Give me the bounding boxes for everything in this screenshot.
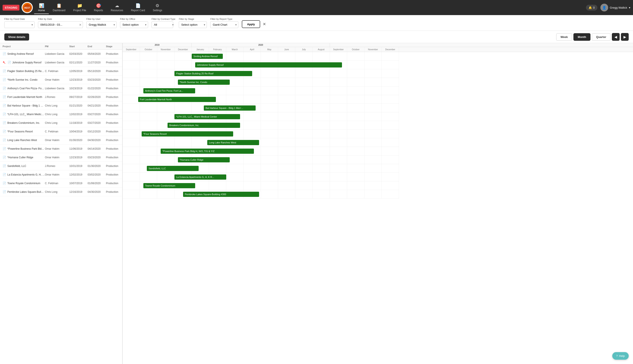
gantt-bar[interactable]: Anthony's Coal Fire Pizza- Fort La... xyxy=(143,88,195,93)
show-details-button[interactable]: Show details xyxy=(4,34,29,40)
project-file-icon: 📁 xyxy=(77,3,82,8)
chart-col xyxy=(226,164,244,172)
nav-item-project-file[interactable]: 📁 Project File xyxy=(69,1,90,14)
project-name: ↖📄 Johnstone Supply Reroof xyxy=(0,60,45,65)
week-button[interactable]: Week xyxy=(556,33,572,41)
table-row[interactable]: 📄 *Four Seasons Resort C. Feldman 10/04/… xyxy=(0,127,122,136)
next-arrow-button[interactable]: ▶ xyxy=(621,33,629,41)
pm-name: C. Feldman xyxy=(45,70,69,73)
nav-item-reports[interactable]: 🎯 Reports xyxy=(90,1,107,14)
chart-col xyxy=(261,95,278,104)
stage-select[interactable]: Select option xyxy=(179,21,207,28)
gantt-bar[interactable]: *Humana Cutler Ridge xyxy=(178,157,230,162)
apply-button[interactable]: Apply xyxy=(242,20,260,28)
nav-item-settings[interactable]: ⚙ Settings xyxy=(149,1,166,14)
table-row[interactable]: 📄 *North Sunrise Inc. Condo Omar Hakim 1… xyxy=(0,76,122,84)
filter-report-type: Filter by Report Type Gantt Chart xyxy=(210,18,238,28)
chart-col xyxy=(278,138,295,147)
help-button[interactable]: ? Help xyxy=(612,352,629,360)
nav-logo[interactable]: BEST xyxy=(22,2,33,13)
table-row[interactable]: 📄 Fort Lauderdale Marriott North J.Romeo… xyxy=(0,93,122,101)
chart-col xyxy=(123,121,140,130)
chart-col xyxy=(382,121,399,130)
nav-item-resources[interactable]: ☁ Resources xyxy=(107,1,127,14)
gantt-left-panel: Project PM Start End Stage 📄 Smiling And… xyxy=(0,43,123,364)
date-input[interactable] xyxy=(38,21,83,28)
table-row[interactable]: 📄 Breakers Condominium, Inc. Chris Long … xyxy=(0,118,122,127)
gantt-chart-header: 20192020 SeptemberOctoberNovemberDecembe… xyxy=(123,43,633,52)
chart-col xyxy=(123,147,140,155)
table-row[interactable]: 📄 La Estancia Apartments G, H, K Reroo..… xyxy=(0,170,122,179)
prev-arrow-button[interactable]: ◀ xyxy=(612,33,620,41)
report-type-wrapper: Gantt Chart xyxy=(210,21,238,28)
report-type-select[interactable]: Gantt Chart xyxy=(210,21,238,28)
chart-col xyxy=(244,181,261,190)
gantt-bar[interactable]: Long Lake Ranches West xyxy=(207,140,259,145)
fixed-date-select[interactable] xyxy=(4,21,35,28)
table-row[interactable]: 📄 Anthony's Coal Fire Pizza- Fort Lauder… xyxy=(0,84,122,93)
chart-row: *Four Seasons Resort xyxy=(123,130,399,138)
chart-row: Bal Harbour Square - Bldg 1 Men'... xyxy=(123,104,399,112)
filter-date: Filter by Date ✕ xyxy=(38,18,83,28)
table-row[interactable]: ↖📄 Johnstone Supply Reroof Lisbeleen Gar… xyxy=(0,58,122,67)
user-select[interactable]: Gregg Wallick xyxy=(86,21,117,28)
nav-item-home[interactable]: 📊 Home xyxy=(34,1,49,14)
gantt-bar[interactable]: Johnstone Supply Reroof xyxy=(195,62,342,68)
nav-item-report-card[interactable]: 📄 Report Card xyxy=(127,1,149,14)
table-row[interactable]: 📄 Sandisfield, LLC J.Romeo 10/31/2019 01… xyxy=(0,162,122,170)
chart-col xyxy=(364,181,382,190)
stage-value: Production xyxy=(106,87,122,90)
gantt-bar[interactable]: *North Sunrise Inc. Condo xyxy=(178,80,230,85)
office-select[interactable]: Select option xyxy=(120,21,148,28)
project-name: 📄 Flagler Station Building 25 Re-Roof xyxy=(0,70,45,73)
gantt-bar[interactable]: Smiling Andrew Reroof xyxy=(192,54,223,59)
close-filter-button[interactable]: ✕ xyxy=(263,20,266,28)
chart-col xyxy=(295,69,313,78)
table-row[interactable]: 📄 *Humana Cutler Ridge Omar Hakim 12/23/… xyxy=(0,153,122,162)
table-row[interactable]: 📄 *Powerline Business Park Bldg H, N/O O… xyxy=(0,144,122,153)
chart-col xyxy=(313,138,330,147)
gantt-bar[interactable]: *LFH-101, LLC_ Miami Medical Center xyxy=(174,114,240,119)
doc-icon: 📄 xyxy=(3,182,6,185)
month-cell: May xyxy=(261,47,278,52)
chart-col xyxy=(295,138,313,147)
nav-item-dashboard[interactable]: 📋 Dashboard xyxy=(49,1,69,14)
month-button[interactable]: Month xyxy=(573,33,590,41)
end-date: 03/23/2020 xyxy=(88,78,106,81)
gantt-bar[interactable]: La Estancia Apartments G, H, K R... xyxy=(174,174,226,180)
gantt-bar[interactable]: Towne Royale Condominium xyxy=(143,183,195,188)
staging-badge: STAGING xyxy=(3,5,20,10)
table-row[interactable]: 📄 Towne Royale Condominium C. Feldman 10… xyxy=(0,179,122,188)
gantt-bar[interactable]: *Powerline Business Park Bldg H, N/O, T/… xyxy=(161,148,254,154)
quarter-button[interactable]: Quarter xyxy=(592,33,610,41)
nav-label-reports: Reports xyxy=(94,9,103,12)
user-info[interactable]: 👤 Gregg Wallick ▾ xyxy=(600,4,630,12)
gantt-bar[interactable]: Breakers Condominium, Inc. xyxy=(167,123,240,128)
chart-col xyxy=(157,190,174,198)
stage-value: Production xyxy=(106,52,122,56)
gantt-bar[interactable]: Pembroke Lakes Square-Building #300 xyxy=(183,192,259,197)
office-label: Filter by Office xyxy=(120,18,148,20)
fixed-date-wrapper xyxy=(4,21,35,28)
table-row[interactable]: 📄 Pembroke Lakes Square-Building #300...… xyxy=(0,188,122,196)
chart-col xyxy=(157,104,174,112)
start-date: 09/27/2019 xyxy=(69,96,88,98)
gantt-bar[interactable]: Sandisfield, LLC xyxy=(147,166,199,171)
chart-col xyxy=(364,69,382,78)
table-row[interactable]: 📄 Bal Harbour Square - Bldg 1 Men's W...… xyxy=(0,101,122,110)
date-clear-button[interactable]: ✕ xyxy=(79,23,82,26)
notification-button[interactable]: 🔔 0 xyxy=(586,5,597,10)
gantt-bar[interactable]: *Four Seasons Resort xyxy=(142,131,233,136)
contract-select[interactable]: All xyxy=(152,21,173,28)
table-row[interactable]: 📄 Long Lake Ranches West Omar Hakim 01/3… xyxy=(0,136,122,144)
table-row[interactable]: 📄 Flagler Station Building 25 Re-Roof C.… xyxy=(0,67,122,76)
table-row[interactable]: 📄 Smiling Andrew Reroof Lisbeleen Garcia… xyxy=(0,50,122,58)
table-row[interactable]: 📄 *LFH-101, LLC_ Miami Medical Center Ch… xyxy=(0,110,122,118)
gantt-bar[interactable]: Bal Harbour Square - Bldg 1 Men'... xyxy=(204,106,256,110)
gantt-bar[interactable]: Flagler Station Building 25 Re-Roof xyxy=(174,71,252,76)
notif-count: 0 xyxy=(593,6,594,9)
gantt-bar[interactable]: Fort Lauderdale Marriott North xyxy=(138,97,216,102)
report-card-icon: 📄 xyxy=(135,3,141,8)
doc-icon: 📄 xyxy=(3,121,6,124)
chart-col xyxy=(295,86,313,95)
